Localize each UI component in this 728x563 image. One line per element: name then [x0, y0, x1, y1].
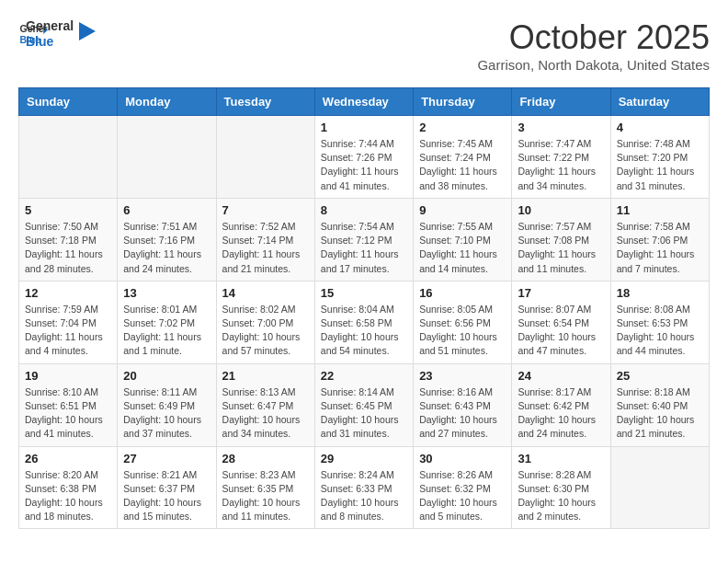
calendar-cell: 12Sunrise: 7:59 AMSunset: 7:04 PMDayligh…: [19, 281, 118, 363]
calendar-cell: 14Sunrise: 8:02 AMSunset: 7:00 PMDayligh…: [216, 281, 314, 363]
day-number: 3: [518, 121, 604, 134]
col-header-thursday: Thursday: [414, 88, 512, 116]
day-number: 8: [321, 203, 407, 217]
day-info: Sunrise: 8:16 AMSunset: 6:43 PMDaylight:…: [419, 385, 506, 442]
calendar-cell: 11Sunrise: 7:58 AMSunset: 7:06 PMDayligh…: [610, 198, 709, 281]
day-info: Sunrise: 8:21 AMSunset: 6:37 PMDaylight:…: [123, 468, 210, 524]
day-info: Sunrise: 7:47 AMSunset: 7:22 PMDaylight:…: [518, 137, 604, 193]
day-info: Sunrise: 8:01 AMSunset: 7:02 PMDaylight:…: [123, 303, 210, 359]
calendar-cell: 7Sunrise: 7:52 AMSunset: 7:14 PMDaylight…: [216, 198, 314, 281]
day-info: Sunrise: 7:52 AMSunset: 7:14 PMDaylight:…: [222, 220, 309, 276]
day-number: 25: [617, 369, 703, 383]
calendar-week-row: 26Sunrise: 8:20 AMSunset: 6:38 PMDayligh…: [19, 446, 710, 529]
day-number: 22: [321, 369, 407, 383]
day-number: 30: [419, 452, 506, 465]
col-header-tuesday: Tuesday: [216, 88, 314, 116]
day-number: 23: [419, 369, 506, 383]
logo-triangle-icon: [79, 22, 96, 42]
day-info: Sunrise: 7:45 AMSunset: 7:24 PMDaylight:…: [419, 137, 506, 193]
day-number: 5: [25, 203, 111, 217]
day-info: Sunrise: 8:02 AMSunset: 7:00 PMDaylight:…: [222, 303, 309, 359]
day-info: Sunrise: 7:59 AMSunset: 7:04 PMDaylight:…: [25, 303, 111, 359]
day-number: 12: [25, 286, 111, 300]
calendar-cell: 6Sunrise: 7:51 AMSunset: 7:16 PMDaylight…: [118, 198, 216, 281]
day-info: Sunrise: 8:08 AMSunset: 6:53 PMDaylight:…: [617, 303, 703, 359]
day-number: 13: [123, 286, 210, 300]
calendar-cell: 4Sunrise: 7:48 AMSunset: 7:20 PMDaylight…: [610, 116, 709, 199]
calendar-cell: 18Sunrise: 8:08 AMSunset: 6:53 PMDayligh…: [610, 281, 709, 363]
logo-general-text: General: [26, 18, 74, 34]
day-info: Sunrise: 7:51 AMSunset: 7:16 PMDaylight:…: [123, 220, 210, 276]
day-number: 1: [321, 121, 407, 134]
day-number: 26: [25, 452, 111, 465]
calendar-cell: 9Sunrise: 7:55 AMSunset: 7:10 PMDaylight…: [414, 198, 512, 281]
day-info: Sunrise: 8:05 AMSunset: 6:56 PMDaylight:…: [419, 303, 506, 359]
calendar-cell: 21Sunrise: 8:13 AMSunset: 6:47 PMDayligh…: [216, 363, 314, 446]
calendar-week-row: 19Sunrise: 8:10 AMSunset: 6:51 PMDayligh…: [19, 363, 710, 446]
day-number: 19: [25, 369, 111, 383]
day-number: 28: [222, 452, 309, 465]
calendar-cell: 13Sunrise: 8:01 AMSunset: 7:02 PMDayligh…: [118, 281, 216, 363]
day-number: 11: [617, 203, 703, 217]
day-number: 27: [123, 452, 210, 465]
day-info: Sunrise: 8:17 AMSunset: 6:42 PMDaylight:…: [518, 385, 604, 442]
calendar-cell: 23Sunrise: 8:16 AMSunset: 6:43 PMDayligh…: [414, 363, 512, 446]
day-number: 31: [518, 452, 604, 465]
day-info: Sunrise: 8:28 AMSunset: 6:30 PMDaylight:…: [518, 468, 604, 524]
calendar-cell: 25Sunrise: 8:18 AMSunset: 6:40 PMDayligh…: [610, 363, 709, 446]
col-header-saturday: Saturday: [610, 88, 709, 116]
day-info: Sunrise: 8:18 AMSunset: 6:40 PMDaylight:…: [617, 385, 703, 442]
calendar-cell: [610, 446, 709, 529]
day-info: Sunrise: 8:13 AMSunset: 6:47 PMDaylight:…: [222, 385, 309, 442]
calendar-cell: 31Sunrise: 8:28 AMSunset: 6:30 PMDayligh…: [512, 446, 610, 529]
calendar-cell: 24Sunrise: 8:17 AMSunset: 6:42 PMDayligh…: [512, 363, 610, 446]
col-header-sunday: Sunday: [19, 88, 118, 116]
calendar-cell: 20Sunrise: 8:11 AMSunset: 6:49 PMDayligh…: [118, 363, 216, 446]
calendar-cell: 28Sunrise: 8:23 AMSunset: 6:35 PMDayligh…: [216, 446, 314, 529]
day-info: Sunrise: 7:54 AMSunset: 7:12 PMDaylight:…: [321, 220, 407, 276]
calendar-table: SundayMondayTuesdayWednesdayThursdayFrid…: [18, 87, 710, 529]
day-number: 4: [617, 121, 703, 134]
day-number: 7: [222, 203, 309, 217]
calendar-cell: 8Sunrise: 7:54 AMSunset: 7:12 PMDaylight…: [314, 198, 413, 281]
day-number: 20: [123, 369, 210, 383]
day-info: Sunrise: 8:14 AMSunset: 6:45 PMDaylight:…: [321, 385, 407, 442]
day-info: Sunrise: 8:07 AMSunset: 6:54 PMDaylight:…: [518, 303, 604, 359]
day-number: 16: [419, 286, 506, 300]
calendar-cell: [216, 116, 314, 199]
day-info: Sunrise: 7:48 AMSunset: 7:20 PMDaylight:…: [617, 137, 703, 193]
day-number: 10: [518, 203, 604, 217]
day-info: Sunrise: 8:11 AMSunset: 6:49 PMDaylight:…: [123, 385, 210, 442]
day-number: 14: [222, 286, 309, 300]
calendar-week-row: 5Sunrise: 7:50 AMSunset: 7:18 PMDaylight…: [19, 198, 710, 281]
calendar-cell: 16Sunrise: 8:05 AMSunset: 6:56 PMDayligh…: [414, 281, 512, 363]
day-info: Sunrise: 8:10 AMSunset: 6:51 PMDaylight:…: [25, 385, 111, 442]
day-number: 2: [419, 121, 506, 134]
day-number: 9: [419, 203, 506, 217]
day-number: 24: [518, 369, 604, 383]
calendar-cell: 17Sunrise: 8:07 AMSunset: 6:54 PMDayligh…: [512, 281, 610, 363]
calendar-cell: 29Sunrise: 8:24 AMSunset: 6:33 PMDayligh…: [314, 446, 413, 529]
calendar-cell: [118, 116, 216, 199]
day-info: Sunrise: 8:20 AMSunset: 6:38 PMDaylight:…: [25, 468, 111, 524]
calendar-cell: 1Sunrise: 7:44 AMSunset: 7:26 PMDaylight…: [314, 116, 413, 199]
svg-marker-3: [79, 22, 96, 40]
month-title: October 2025: [477, 18, 710, 57]
calendar-cell: 30Sunrise: 8:26 AMSunset: 6:32 PMDayligh…: [414, 446, 512, 529]
logo: General Blue General Blue: [18, 18, 96, 50]
calendar-cell: 19Sunrise: 8:10 AMSunset: 6:51 PMDayligh…: [19, 363, 118, 446]
logo-blue-text: Blue: [26, 34, 74, 50]
calendar-cell: 2Sunrise: 7:45 AMSunset: 7:24 PMDaylight…: [414, 116, 512, 199]
day-info: Sunrise: 7:57 AMSunset: 7:08 PMDaylight:…: [518, 220, 604, 276]
day-info: Sunrise: 8:24 AMSunset: 6:33 PMDaylight:…: [321, 468, 407, 524]
calendar-cell: 22Sunrise: 8:14 AMSunset: 6:45 PMDayligh…: [314, 363, 413, 446]
day-number: 29: [321, 452, 407, 465]
col-header-monday: Monday: [118, 88, 216, 116]
calendar-header-row: SundayMondayTuesdayWednesdayThursdayFrid…: [19, 88, 710, 116]
day-info: Sunrise: 7:44 AMSunset: 7:26 PMDaylight:…: [321, 137, 407, 193]
location-subtitle: Garrison, North Dakota, United States: [477, 57, 710, 73]
day-number: 21: [222, 369, 309, 383]
calendar-cell: 27Sunrise: 8:21 AMSunset: 6:37 PMDayligh…: [118, 446, 216, 529]
day-info: Sunrise: 8:23 AMSunset: 6:35 PMDaylight:…: [222, 468, 309, 524]
col-header-friday: Friday: [512, 88, 610, 116]
